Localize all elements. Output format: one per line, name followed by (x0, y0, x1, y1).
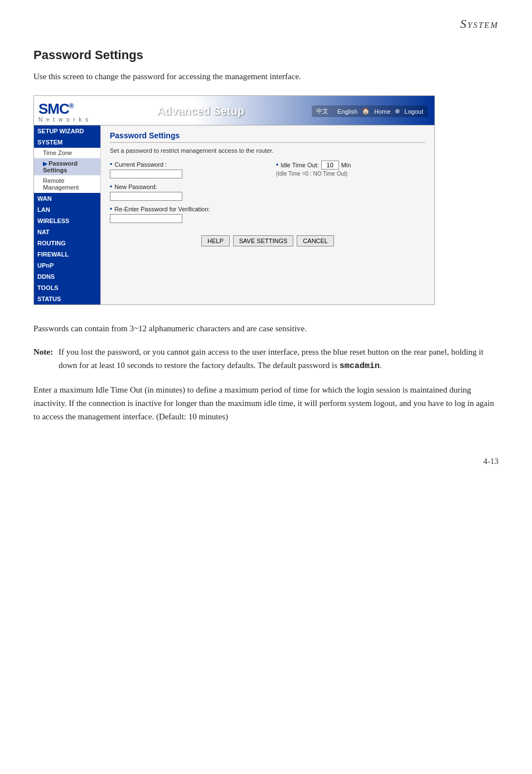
sidebar-item-routing[interactable]: ROUTING (34, 238, 100, 249)
idle-timeout-input[interactable] (321, 161, 339, 170)
reenter-password-input[interactable] (110, 214, 182, 223)
note-text: If you lost the password, or you cannot … (59, 345, 499, 373)
smc-logo: SMC® (38, 100, 89, 118)
logout-icon: ⊗ (395, 108, 400, 115)
logout-button[interactable]: Logout (404, 108, 423, 115)
note-text-main: If you lost the password, or you cannot … (59, 347, 483, 370)
logo-sup: ® (69, 102, 74, 110)
advanced-setup-label: Advanced Setup (89, 105, 312, 118)
router-panel: SMC® N e t w o r k s Advanced Setup 中文 E… (33, 95, 435, 305)
sidebar-item-system[interactable]: SYSTEM (34, 137, 100, 148)
page-number: 4-13 (33, 457, 499, 466)
form-section: • Current Password : • New Password: (110, 161, 425, 228)
idle-timeout-row: • Idle Time Out: Min (276, 161, 425, 170)
sidebar-item-status[interactable]: STATUS (34, 293, 100, 304)
header-controls: 中文 English 🏠 Home ⊗ Logout (312, 105, 428, 117)
note-label: Note: (33, 345, 53, 359)
new-password-label: • New Password: (110, 183, 157, 191)
page-title: Password Settings (33, 48, 499, 62)
lang-zh-button[interactable]: 中文 (316, 107, 328, 115)
content-description: Set a password to restrict management ac… (110, 147, 425, 154)
bullet-icon-2: • (110, 183, 112, 191)
password-info-text: Passwords can contain from 3~12 alphanum… (33, 322, 499, 335)
bullet-icon: • (110, 161, 112, 168)
home-icon: 🏠 (362, 108, 370, 115)
sidebar-item-password-settings[interactable]: ▶Password Settings (34, 158, 100, 176)
new-password-input[interactable] (110, 192, 182, 201)
form-right: • Idle Time Out: Min (Idle Time =0 : NO … (276, 161, 425, 228)
sidebar-item-ddns[interactable]: DDNS (34, 271, 100, 282)
logo-text: SMC (38, 100, 69, 117)
bullet-icon-3: • (110, 205, 112, 213)
logo-area: SMC® N e t w o r k s (38, 100, 89, 123)
password-settings-label: Password Settings (43, 160, 78, 173)
sidebar-item-setup-wizard[interactable]: SETUP WIZARD (34, 125, 100, 137)
form-left: • Current Password : • New Password: (110, 161, 259, 228)
sidebar-item-time-zone[interactable]: Time Zone (34, 148, 100, 158)
current-password-label: • Current Password : (110, 161, 167, 168)
router-header: SMC® N e t w o r k s Advanced Setup 中文 E… (34, 96, 434, 125)
sidebar-item-wireless[interactable]: WIRELESS (34, 215, 100, 226)
note-section: Note: If you lost the password, or you c… (33, 345, 499, 373)
sidebar-item-wan[interactable]: WAN (34, 193, 100, 204)
sidebar-item-lan[interactable]: LAN (34, 204, 100, 215)
current-password-row: • Current Password : (110, 161, 259, 178)
smc-networks: N e t w o r k s (38, 117, 89, 123)
button-row: HELP SAVE SETTINGS CANCEL (110, 235, 425, 246)
sidebar-item-upnp[interactable]: UPnP (34, 260, 100, 271)
sidebar: SETUP WIZARD SYSTEM Time Zone ▶Password … (34, 125, 101, 304)
sidebar-item-tools[interactable]: TOOLS (34, 282, 100, 293)
reenter-password-row: • Re-Enter Password for Verification: (110, 205, 259, 223)
content-title: Password Settings (110, 131, 425, 143)
sidebar-item-remote-management[interactable]: Remote Management (34, 176, 100, 193)
arrow-icon: ▶ (43, 161, 47, 167)
idle-label: Idle Time Out: (280, 162, 318, 168)
lang-en-button[interactable]: English (337, 108, 357, 115)
new-password-row: • New Password: (110, 183, 259, 201)
idle-note: (Idle Time =0 : NO Time Out) (276, 171, 425, 177)
home-button[interactable]: Home (374, 108, 390, 115)
sidebar-item-firewall[interactable]: FIREWALL (34, 249, 100, 260)
main-content: Password Settings Set a password to rest… (101, 125, 434, 304)
note-period: . (380, 361, 382, 370)
intro-text: Use this screen to change the password f… (33, 70, 499, 83)
system-title-text: System (460, 17, 499, 31)
router-body: SETUP WIZARD SYSTEM Time Zone ▶Password … (34, 125, 434, 304)
sidebar-item-nat[interactable]: NAT (34, 226, 100, 238)
idle-unit: Min (341, 162, 351, 168)
help-button[interactable]: HELP (201, 235, 230, 246)
system-title: System (33, 17, 499, 31)
bullet-icon-4: • (276, 161, 278, 169)
current-password-input[interactable] (110, 170, 182, 178)
save-settings-button[interactable]: SAVE SETTINGS (233, 235, 294, 246)
cancel-button[interactable]: CANCEL (297, 235, 334, 246)
reenter-password-label: • Re-Enter Password for Verification: (110, 205, 210, 213)
idle-info-text: Enter a maximum Idle Time Out (in minute… (33, 383, 499, 423)
note-password: smcadmin (340, 361, 380, 371)
